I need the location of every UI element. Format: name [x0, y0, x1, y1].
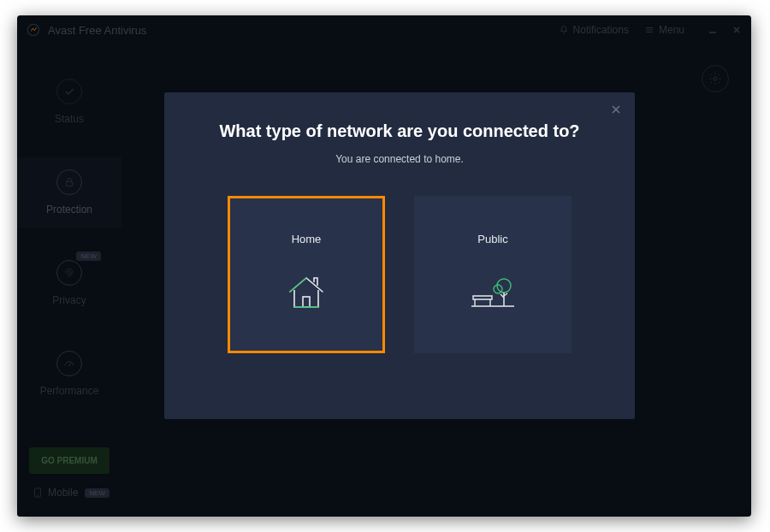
network-options: Home Public [228, 196, 572, 353]
park-icon [468, 268, 518, 317]
svg-rect-6 [303, 297, 310, 307]
network-option-public[interactable]: Public [414, 196, 572, 353]
dialog-title: What type of network are you connected t… [219, 121, 579, 141]
network-option-home[interactable]: Home [228, 196, 385, 353]
dialog-close-button[interactable] [611, 104, 621, 115]
home-icon [281, 268, 331, 317]
svg-point-7 [497, 279, 511, 293]
close-icon [611, 104, 621, 115]
option-label: Public [477, 233, 507, 245]
dialog-subtitle: You are connected to home. [335, 153, 464, 165]
network-type-dialog: What type of network are you connected t… [164, 92, 635, 419]
option-label: Home [292, 233, 322, 245]
app-window: Avast Free Antivirus Notifications Menu [17, 15, 751, 517]
